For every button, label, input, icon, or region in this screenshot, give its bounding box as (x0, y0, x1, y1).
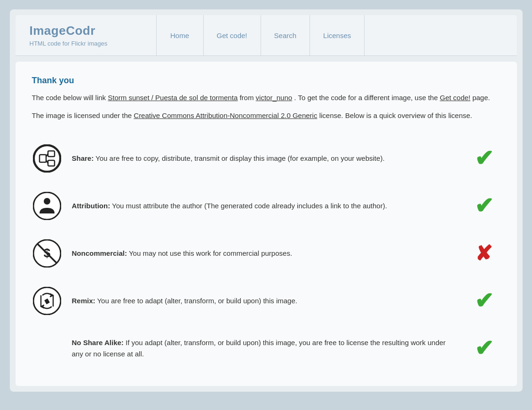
no-share-alike-description: No Share Alike: If you adapt (alter, tra… (72, 337, 458, 359)
get-code-link[interactable]: Get code! (440, 94, 470, 102)
nav-home[interactable]: Home (157, 15, 204, 55)
noncommercial-xmark: ✘ (475, 243, 492, 264)
license-item-no-share-alike: No Share Alike: If you adapt (alter, tra… (32, 324, 500, 372)
no-share-alike-label: No Share Alike: (72, 339, 124, 347)
outer-container: ImageCodr HTML code for Flickr images Ho… (10, 9, 523, 392)
remix-text: You are free to adapt (alter, transform,… (97, 297, 297, 305)
license-suffix: license. Below is a quick overview of th… (319, 111, 472, 119)
brand-title: ImageCodr (30, 24, 142, 38)
author-link[interactable]: victor_nuno (256, 94, 293, 102)
header: ImageCodr HTML code for Flickr images Ho… (16, 15, 517, 56)
nav: Home Get code! Search Licenses (157, 15, 517, 55)
intro-suffix: . To get the code for a different image,… (294, 94, 440, 102)
noncommercial-text: You may not use this work for commercial… (129, 249, 292, 257)
brand: ImageCodr HTML code for Flickr images (16, 15, 157, 55)
license-item-attribution: Attribution: You must attribute the auth… (32, 182, 500, 229)
no-share-alike-text: If you adapt (alter, transform, or build… (72, 339, 446, 357)
license-paragraph: The image is licensed under the Creative… (32, 110, 500, 121)
license-prefix: The image is licensed under the (32, 111, 134, 119)
share-check: ✔ (468, 147, 500, 170)
nav-licenses[interactable]: Licenses (310, 15, 365, 55)
noncommercial-label: Noncommercial: (72, 249, 127, 257)
share-checkmark: ✔ (475, 147, 493, 170)
no-share-alike-check: ✔ (468, 337, 500, 360)
noncommercial-check: ✘ (468, 243, 500, 264)
remix-label: Remix: (72, 297, 95, 305)
intro-end: page. (472, 94, 490, 102)
attribution-label: Attribution: (72, 202, 111, 210)
no-share-alike-icon (32, 333, 63, 363)
thank-you-title: Thank you (32, 76, 500, 86)
attribution-text: You must attribute the author (The gener… (112, 202, 387, 210)
remix-check: ✔ (468, 290, 500, 312)
svg-point-0 (33, 145, 61, 172)
attribution-check: ✔ (468, 195, 500, 217)
remix-description: Remix: You are free to adapt (alter, tra… (72, 295, 458, 306)
license-item-remix: Remix: You are free to adapt (alter, tra… (32, 277, 500, 324)
license-items: Share: You are free to copy, distribute,… (32, 134, 500, 372)
license-item-noncommercial: $ Noncommercial: You may not use this wo… (32, 229, 500, 277)
cc-license-link[interactable]: Creative Commons Attribution-Noncommerci… (134, 111, 317, 119)
share-icon (32, 143, 63, 173)
share-description: Share: You are free to copy, distribute,… (72, 153, 458, 164)
share-text: You are free to copy, distribute, transm… (95, 154, 384, 162)
no-share-alike-checkmark: ✔ (475, 337, 493, 360)
attribution-icon (32, 190, 63, 221)
license-item-share: Share: You are free to copy, distribute,… (32, 134, 500, 182)
content-container: Thank you The code below will link Storm… (16, 62, 517, 386)
intro-from: from (239, 94, 255, 102)
intro-prefix: The code below will link (32, 94, 108, 102)
remix-icon (32, 285, 63, 316)
share-label: Share: (72, 154, 94, 162)
attribution-description: Attribution: You must attribute the auth… (72, 200, 458, 211)
attribution-checkmark: ✔ (475, 195, 493, 217)
intro-paragraph: The code below will link Storm sunset / … (32, 92, 500, 103)
noncommercial-icon: $ (32, 238, 63, 268)
nav-get-code[interactable]: Get code! (204, 15, 261, 55)
nav-search[interactable]: Search (261, 15, 310, 55)
svg-point-7 (33, 192, 61, 220)
remix-checkmark: ✔ (475, 290, 493, 312)
noncommercial-description: Noncommercial: You may not use this work… (72, 248, 458, 259)
image-link[interactable]: Storm sunset / Puesta de sol de tormenta (108, 94, 238, 102)
svg-point-8 (44, 198, 50, 205)
brand-subtitle: HTML code for Flickr images (30, 40, 142, 47)
